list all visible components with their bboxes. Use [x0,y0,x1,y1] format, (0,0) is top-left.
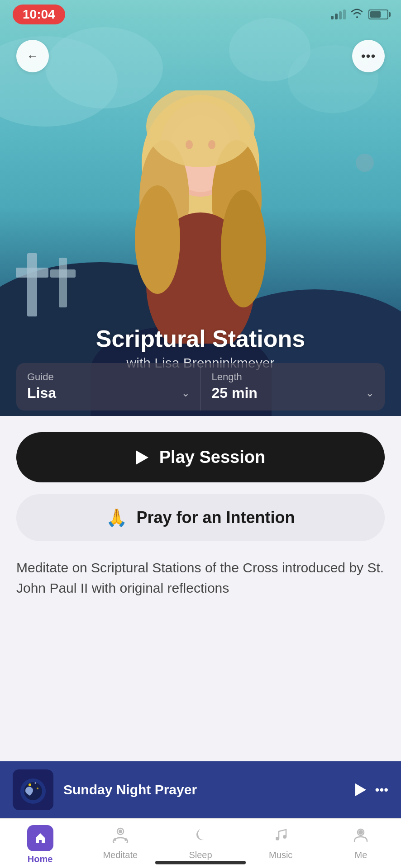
length-chevron-icon: ⌄ [366,387,374,399]
meditate-icon [111,825,129,847]
tab-sleep-label: Sleep [189,850,212,860]
tab-home-label: Home [28,854,53,864]
svg-point-20 [114,838,116,841]
sleep-icon [191,825,210,847]
mini-more-button[interactable]: ••• [375,783,388,797]
svg-point-10 [208,140,215,149]
music-icon [272,825,290,847]
length-filter-label: Length [212,371,374,383]
session-description: Meditate on Scriptural Stations of the C… [16,557,385,598]
tab-sleep[interactable]: Sleep [160,825,240,864]
back-arrow-icon: ← [27,49,38,63]
battery-icon [368,9,388,19]
status-time: 10:04 [13,5,65,24]
home-icon [27,825,53,851]
guide-filter-label: Guide [27,371,190,383]
tab-meditate[interactable]: Meditate [80,825,160,864]
length-filter[interactable]: Length 25 min ⌄ [201,363,385,410]
mini-player-thumbnail [13,769,53,810]
svg-point-16 [35,783,36,784]
cross-middle [59,258,67,307]
mini-play-button[interactable] [355,783,366,796]
hero-section: ← ••• Scriptural Stations with Lisa Bren… [0,0,401,416]
mini-player[interactable]: Sunday Night Prayer ••• [0,761,401,818]
main-content: Play Session 🙏 Pray for an Intention Med… [0,416,401,598]
mini-player-info: Sunday Night Prayer [63,782,345,797]
svg-point-22 [276,837,279,840]
play-session-button[interactable]: Play Session [16,432,385,482]
more-button[interactable]: ••• [352,40,385,72]
status-icons [331,8,388,21]
status-bar: 10:04 [0,0,401,27]
svg-point-7 [221,190,266,307]
wifi-icon [350,8,364,21]
session-title: Scriptural Stations [0,326,401,352]
guide-filter-value: Lisa [27,385,56,401]
guide-filter[interactable]: Guide Lisa ⌄ [16,363,201,410]
figure-illustration [119,90,282,344]
mini-player-controls[interactable]: ••• [355,783,388,797]
pray-icon: 🙏 [106,508,127,528]
svg-point-14 [29,783,31,786]
tab-music-label: Music [269,850,292,860]
pray-label: Pray for an Intention [136,508,295,527]
tab-me-label: Me [355,850,368,860]
svg-point-23 [283,835,286,839]
cross-left [27,253,37,316]
back-button[interactable]: ← [16,40,49,72]
more-dots-icon: ••• [361,49,376,63]
play-icon [136,450,148,465]
svg-point-21 [124,838,127,841]
mini-player-title: Sunday Night Prayer [63,782,345,797]
signal-icon [331,9,346,19]
me-icon [352,825,370,847]
pray-button[interactable]: 🙏 Pray for an Intention [16,494,385,541]
svg-point-15 [37,788,38,789]
length-filter-value: 25 min [212,385,258,401]
play-session-label: Play Session [159,448,265,467]
tab-home[interactable]: Home [0,825,80,864]
svg-point-25 [358,830,363,835]
svg-point-6 [135,185,180,294]
tab-meditate-label: Meditate [103,850,138,860]
svg-point-9 [186,140,193,149]
filter-row: Guide Lisa ⌄ Length 25 min ⌄ [0,363,401,410]
home-indicator [155,861,246,864]
guide-chevron-icon: ⌄ [181,387,190,399]
svg-point-18 [119,830,122,833]
tab-me[interactable]: Me [321,825,401,864]
tab-music[interactable]: Music [241,825,321,864]
